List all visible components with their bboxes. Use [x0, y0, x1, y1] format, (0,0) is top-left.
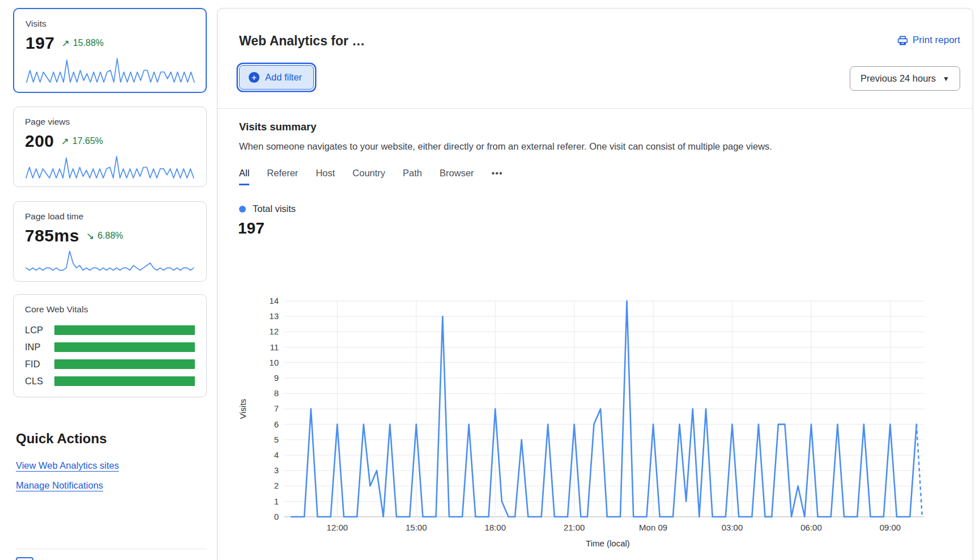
svg-text:1: 1 [274, 497, 279, 506]
svg-text:Visits: Visits [238, 399, 248, 419]
tab-path[interactable]: Path [403, 168, 422, 185]
stat-value: 197 [25, 33, 55, 53]
svg-text:Time (local): Time (local) [586, 538, 630, 548]
svg-text:14: 14 [269, 296, 279, 306]
dimension-tabs: All Referer Host Country Path Browser ••… [239, 168, 503, 185]
stat-card-page-views[interactable]: Page views 200 ↗ 17.65% [13, 107, 207, 187]
vital-row: INP [25, 338, 195, 355]
vital-label: LCP [25, 325, 54, 336]
vital-status-bar [54, 342, 195, 352]
core-web-vitals-card: Core Web Vitals LCP INP FID CLS [13, 294, 207, 397]
trend-up-icon: ↗ [62, 37, 70, 49]
page-load-time-sparkline [25, 249, 195, 274]
visits-sparkline [25, 56, 195, 83]
stat-card-visits[interactable]: Visits 197 ↗ 15.88% [13, 8, 207, 93]
divider [16, 549, 207, 549]
tab-browser[interactable]: Browser [440, 168, 474, 185]
more-tabs-ellipsis-icon[interactable]: ••• [492, 168, 503, 185]
svg-text:5: 5 [274, 435, 279, 444]
stat-label: Page views [25, 117, 195, 127]
quick-actions-title: Quick Actions [16, 431, 106, 447]
svg-text:4: 4 [274, 450, 279, 460]
svg-text:15:00: 15:00 [406, 523, 427, 532]
page-title: Web Analytics for … [239, 33, 365, 49]
stat-value: 200 [25, 131, 54, 151]
vital-label: INP [25, 342, 54, 353]
svg-text:Mon 09: Mon 09 [639, 523, 667, 532]
vital-status-bar [54, 376, 195, 386]
svg-text:09:00: 09:00 [880, 523, 901, 532]
svg-text:6: 6 [274, 419, 279, 429]
plus-circle-icon: + [249, 72, 259, 83]
stat-trend: ↗ 17.65% [61, 135, 104, 147]
caret-down-icon: ▼ [943, 75, 949, 83]
svg-text:03:00: 03:00 [722, 523, 743, 532]
stat-trend: ↗ 15.88% [62, 37, 104, 49]
visits-summary-description: When someone navigates to your website, … [239, 141, 834, 152]
tab-all[interactable]: All [239, 168, 249, 185]
vital-label: CLS [25, 376, 54, 387]
svg-text:13: 13 [269, 311, 279, 321]
svg-text:06:00: 06:00 [800, 523, 822, 532]
trend-down-icon: ↘ [86, 230, 94, 242]
vital-row: FID [25, 355, 195, 372]
vital-row: CLS [25, 372, 195, 389]
print-report-link[interactable]: Print report [897, 35, 960, 46]
visits-chart: 0123456789101112131412:0015:0018:0021:00… [229, 287, 954, 560]
chart-legend: Total visits [239, 203, 296, 214]
svg-text:11: 11 [270, 342, 279, 352]
tab-referer[interactable]: Referer [267, 168, 298, 185]
add-filter-label: Add filter [265, 72, 302, 83]
total-visits-value: 197 [238, 219, 265, 237]
print-report-label: Print report [913, 35, 960, 46]
stat-trend: ↘ 6.88% [86, 230, 123, 242]
stat-label: Page load time [25, 211, 195, 222]
svg-text:18:00: 18:00 [484, 523, 506, 532]
trend-value: 6.88% [97, 231, 123, 241]
svg-text:3: 3 [274, 465, 279, 475]
svg-text:0: 0 [274, 512, 279, 521]
line-chart-canvas: 0123456789101112131412:0015:0018:0021:00… [229, 287, 954, 558]
svg-text:10: 10 [269, 358, 279, 367]
vital-status-bar [54, 325, 195, 335]
svg-text:9: 9 [274, 373, 279, 383]
partial-card-top-border [16, 557, 33, 560]
svg-text:7: 7 [274, 404, 279, 413]
vital-label: FID [25, 359, 54, 370]
legend-dot [239, 206, 246, 213]
trend-up-icon: ↗ [61, 135, 69, 147]
view-web-analytics-sites-link[interactable]: View Web Analytics sites [16, 460, 119, 471]
stat-label: Visits [25, 19, 194, 29]
divider [218, 108, 973, 109]
svg-text:12: 12 [269, 326, 279, 336]
stat-value: 785ms [25, 226, 79, 245]
svg-text:2: 2 [274, 481, 279, 490]
printer-icon [897, 35, 908, 46]
add-filter-button[interactable]: + Add filter [239, 65, 314, 90]
web-analytics-panel: Web Analytics for … Print report + Add f… [217, 8, 973, 560]
trend-value: 17.65% [73, 136, 103, 146]
tab-country[interactable]: Country [352, 168, 385, 185]
page-views-sparkline [25, 154, 195, 179]
svg-text:8: 8 [274, 388, 279, 398]
trend-value: 15.88% [73, 38, 104, 48]
vital-status-bar [54, 359, 195, 369]
legend-label: Total visits [253, 203, 296, 214]
svg-text:12:00: 12:00 [327, 523, 348, 532]
card-title: Core Web Vitals [25, 304, 195, 315]
tab-host[interactable]: Host [316, 168, 335, 185]
vital-row: LCP [25, 321, 195, 338]
manage-notifications-link[interactable]: Manage Notifications [16, 480, 103, 491]
stat-card-page-load-time[interactable]: Page load time 785ms ↘ 6.88% [13, 201, 207, 282]
svg-text:21:00: 21:00 [564, 523, 585, 532]
visits-summary-title: Visits summary [239, 121, 316, 133]
time-range-value: Previous 24 hours [860, 73, 936, 84]
time-range-dropdown[interactable]: Previous 24 hours ▼ [850, 66, 960, 91]
